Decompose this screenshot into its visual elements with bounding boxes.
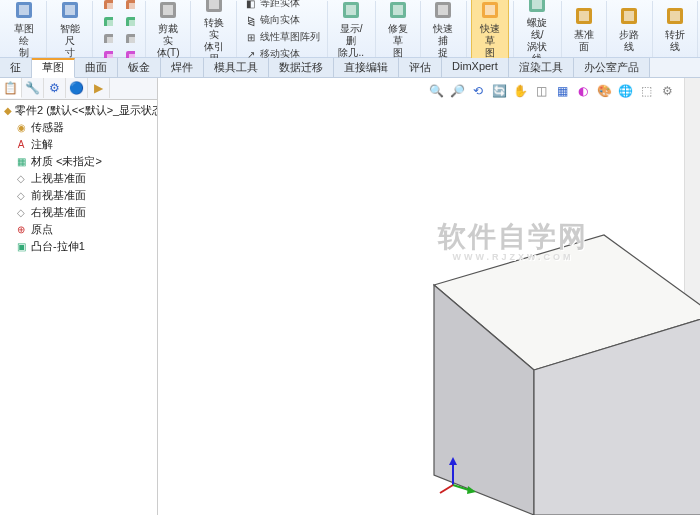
ribbon-label: 显示/删 xyxy=(338,23,365,47)
sidebar-tab-config[interactable]: ⚙ xyxy=(44,78,66,98)
view-cube-icon: ◫ xyxy=(536,84,547,98)
appearance-button[interactable]: 🌐 xyxy=(616,82,634,100)
tree-node-extrude[interactable]: ▣凸台-拉伸1 xyxy=(2,238,155,255)
mini-tool-2[interactable] xyxy=(97,12,119,28)
ribbon-label: 螺旋线/ xyxy=(524,17,551,41)
zoom-prev-icon: ⟲ xyxy=(473,84,483,98)
zoom-prev-button[interactable]: ⟲ xyxy=(469,82,487,100)
svg-rect-41 xyxy=(532,0,542,9)
ribbon-label: 转换实 xyxy=(201,17,225,41)
tree-node-label: 凸台-拉伸1 xyxy=(31,239,85,254)
mini-tool-3[interactable] xyxy=(97,29,119,45)
scene-button[interactable]: 🎨 xyxy=(595,82,613,100)
small-label: 等距实体 xyxy=(260,0,300,10)
tree-node-plane[interactable]: ◇上视基准面 xyxy=(2,170,155,187)
svg-rect-45 xyxy=(624,11,634,21)
repair-button[interactable]: 修复草图 xyxy=(380,0,416,61)
ribbon-label: 基准面 xyxy=(572,29,596,53)
ribbon-toolbar: 草图绘制智能尺寸剪裁实体(T)转换实体引用◧等距实体⧎镜向实体⊞线性草图阵列↗移… xyxy=(0,0,700,58)
orientation-triad[interactable] xyxy=(438,455,478,495)
sidebar-tab-filter[interactable]: ▶ xyxy=(88,78,110,98)
perspective-button[interactable]: ⬚ xyxy=(637,82,655,100)
rapid-sketch-button[interactable]: 快速草图 xyxy=(471,0,509,62)
repair-icon xyxy=(386,0,410,22)
ribbon-group: 智能尺寸 xyxy=(47,1,92,57)
convert-button[interactable]: 转换实体引用 xyxy=(195,0,231,67)
tree-node-annotation[interactable]: A注解 xyxy=(2,136,155,153)
sensor-icon: ◉ xyxy=(14,121,28,135)
tab-征[interactable]: 征 xyxy=(0,58,32,77)
tab-数据迁移[interactable]: 数据迁移 xyxy=(269,58,334,77)
section-button[interactable]: ▦ xyxy=(553,82,571,100)
tree-node-label: 右视基准面 xyxy=(31,205,86,220)
tree-root[interactable]: ◆零件2 (默认<<默认>_显示状态 xyxy=(2,102,155,119)
tab-评估[interactable]: 评估 xyxy=(399,58,442,77)
ref-plane-button[interactable]: 基准面 xyxy=(566,2,602,55)
trim-button[interactable]: 剪裁实体(T) xyxy=(150,0,186,61)
pattern-button[interactable]: ⊞线性草图阵列 xyxy=(241,29,323,45)
settings-button[interactable]: ⚙ xyxy=(658,82,676,100)
offset-button[interactable]: ◧等距实体 xyxy=(241,0,323,11)
show-hide-button[interactable]: 显示/删除几.. xyxy=(332,0,371,61)
zoom-fit-button[interactable]: 🔍 xyxy=(427,82,445,100)
route-button[interactable]: 步路线 xyxy=(611,2,647,55)
tab-办公室产品[interactable]: 办公室产品 xyxy=(574,58,650,77)
display-style-button[interactable]: ◐ xyxy=(574,82,592,100)
graphics-viewport[interactable]: 🔍🔎⟲🔄✋◫▦◐🎨🌐⬚⚙ 软件自学网 WWW.RJZXW.COM xyxy=(158,78,700,515)
svg-rect-35 xyxy=(393,5,403,15)
tab-焊件[interactable]: 焊件 xyxy=(161,58,204,77)
svg-rect-7 xyxy=(107,3,113,9)
svg-rect-21 xyxy=(129,20,135,26)
snap-button[interactable]: 快速捕捉 xyxy=(425,0,461,61)
small-label: 镜向实体 xyxy=(260,13,300,27)
tree-node-label: 前视基准面 xyxy=(31,188,86,203)
tree-node-material[interactable]: ▦材质 <未指定> xyxy=(2,153,155,170)
helix-button[interactable]: 螺旋线/涡状线 xyxy=(518,0,557,67)
mini-tool-1[interactable] xyxy=(97,0,119,11)
show-hide-icon xyxy=(339,0,363,22)
rotate-button[interactable]: 🔄 xyxy=(490,82,508,100)
tree-node-sensor[interactable]: ◉传感器 xyxy=(2,119,155,136)
draw-button[interactable]: 草图绘制 xyxy=(6,0,42,61)
mini-tool-1[interactable] xyxy=(119,0,141,11)
view-cube-button[interactable]: ◫ xyxy=(532,82,550,100)
perspective-icon: ⬚ xyxy=(641,84,652,98)
tab-曲面[interactable]: 曲面 xyxy=(75,58,118,77)
ribbon-group: 修复草图 xyxy=(376,1,421,57)
tree-node-label: 上视基准面 xyxy=(31,171,86,186)
mini-tool-3[interactable] xyxy=(119,29,141,45)
tree-node-plane[interactable]: ◇右视基准面 xyxy=(2,204,155,221)
pan-button[interactable]: ✋ xyxy=(511,82,529,100)
convert-icon xyxy=(202,0,226,16)
mirror-button[interactable]: ⧎镜向实体 xyxy=(241,12,323,28)
draw-icon xyxy=(12,0,36,22)
ribbon-label: 修复草 xyxy=(386,23,410,47)
tab-模具工具[interactable]: 模具工具 xyxy=(204,58,269,77)
sidebar-tab-feature-tree[interactable]: 📋 xyxy=(0,78,22,98)
watermark-url: WWW.RJZXW.COM xyxy=(438,252,588,262)
ribbon-group: 转换实体引用 xyxy=(191,1,236,57)
sidebar-tab-display[interactable]: 🔵 xyxy=(66,78,88,98)
config-icon: ⚙ xyxy=(49,81,60,95)
tab-DimXpert[interactable]: DimXpert xyxy=(442,58,509,77)
tab-渲染工具[interactable]: 渲染工具 xyxy=(509,58,574,77)
tab-草图[interactable]: 草图 xyxy=(32,58,75,78)
svg-rect-3 xyxy=(65,5,75,15)
fold-button[interactable]: 转折线 xyxy=(657,2,693,55)
view-heads-up-toolbar: 🔍🔎⟲🔄✋◫▦◐🎨🌐⬚⚙ xyxy=(427,82,676,100)
tree-node-plane[interactable]: ◇前视基准面 xyxy=(2,187,155,204)
mini-tool-2[interactable] xyxy=(119,12,141,28)
svg-rect-37 xyxy=(438,5,448,15)
zoom-area-button[interactable]: 🔎 xyxy=(448,82,466,100)
ribbon-group: 基准面 xyxy=(562,1,607,57)
tab-直接编辑[interactable]: 直接编辑 xyxy=(334,58,399,77)
pattern-icon: ⊞ xyxy=(244,30,258,44)
tree-node-label: 注解 xyxy=(31,137,53,152)
tree-node-origin[interactable]: ⊕原点 xyxy=(2,221,155,238)
plane-icon: ◇ xyxy=(14,189,28,203)
sidebar-tab-property[interactable]: 🔧 xyxy=(22,78,44,98)
tab-钣金[interactable]: 钣金 xyxy=(118,58,161,77)
extrude-icon: ▣ xyxy=(14,240,28,254)
smart-dim-button[interactable]: 智能尺寸 xyxy=(51,0,87,61)
svg-rect-43 xyxy=(579,11,589,21)
